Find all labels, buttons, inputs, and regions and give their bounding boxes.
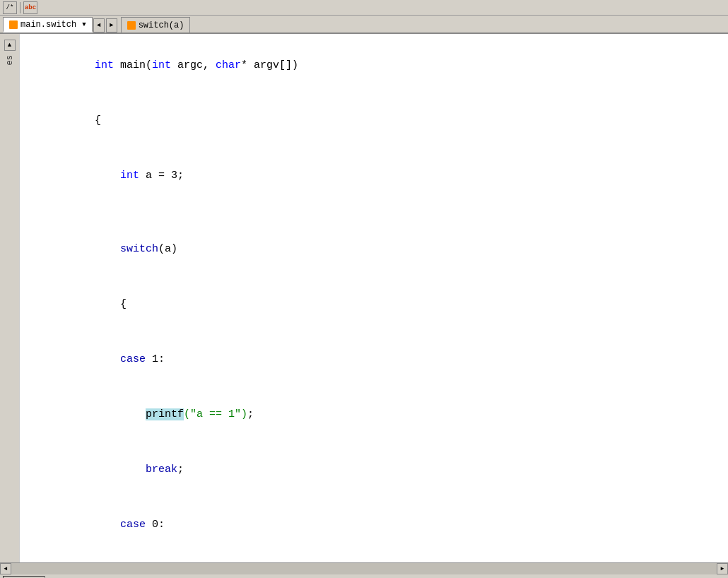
code-line-break1: break; xyxy=(31,442,717,497)
tab-nav-next[interactable]: ► xyxy=(106,18,117,33)
sidebar-label: es xyxy=(4,52,16,68)
toolbar-icon-1[interactable]: /* xyxy=(3,1,17,14)
code-line-switch: switch(a) xyxy=(31,222,717,277)
tab-nav-prev[interactable]: ◄ xyxy=(93,18,105,33)
tab-icon-2 xyxy=(127,21,136,30)
code-line-printf1: printf("a == 1"); xyxy=(31,387,717,442)
status-label xyxy=(3,576,45,579)
toolbar-separator xyxy=(20,2,20,13)
scroll-right-btn[interactable]: ► xyxy=(717,563,728,574)
code-line-1: int main(int argc, char* argv[]) xyxy=(31,38,717,93)
code-line-open: { xyxy=(31,277,717,332)
tab-bar: main.switch ▼ ◄ ► switch(a) xyxy=(0,16,728,34)
tab-dropdown-arrow-1[interactable]: ▼ xyxy=(82,21,86,28)
scrollbar-h[interactable]: ◄ ► xyxy=(0,562,728,574)
tab-main-switch[interactable]: main.switch ▼ xyxy=(3,17,93,33)
code-line-blank1 xyxy=(31,204,717,222)
left-sidebar: ▲ es xyxy=(0,34,20,562)
toolbar-icon-2[interactable]: abc xyxy=(23,1,37,14)
code-content: int main(int argc, char* argv[]) { int a… xyxy=(31,38,717,562)
sidebar-nav-up[interactable]: ▲ xyxy=(4,40,16,51)
code-line-printf0: printf("a == 0"); xyxy=(31,553,717,562)
toolbar: /* abc xyxy=(0,0,728,16)
code-line-case0: case 0: xyxy=(31,497,717,553)
code-line-case1: case 1: xyxy=(31,332,717,387)
tab-label-2: switch(a) xyxy=(139,20,184,30)
code-line-2: { xyxy=(31,93,717,148)
main-area: ▲ es int main(int argc, char* argv[]) { … xyxy=(0,34,728,562)
code-editor[interactable]: int main(int argc, char* argv[]) { int a… xyxy=(20,34,728,562)
status-bar xyxy=(0,574,728,578)
scroll-thumb[interactable] xyxy=(11,563,717,574)
tab-switch-a[interactable]: switch(a) xyxy=(121,17,191,33)
code-line-3: int a = 3; xyxy=(31,148,717,204)
scroll-left-btn[interactable]: ◄ xyxy=(0,563,11,574)
tab-label-1: main.switch xyxy=(20,20,76,30)
tab-icon-1 xyxy=(9,20,18,29)
app-window: /* abc main.switch ▼ ◄ ► switch(a) ▲ es xyxy=(0,0,728,578)
